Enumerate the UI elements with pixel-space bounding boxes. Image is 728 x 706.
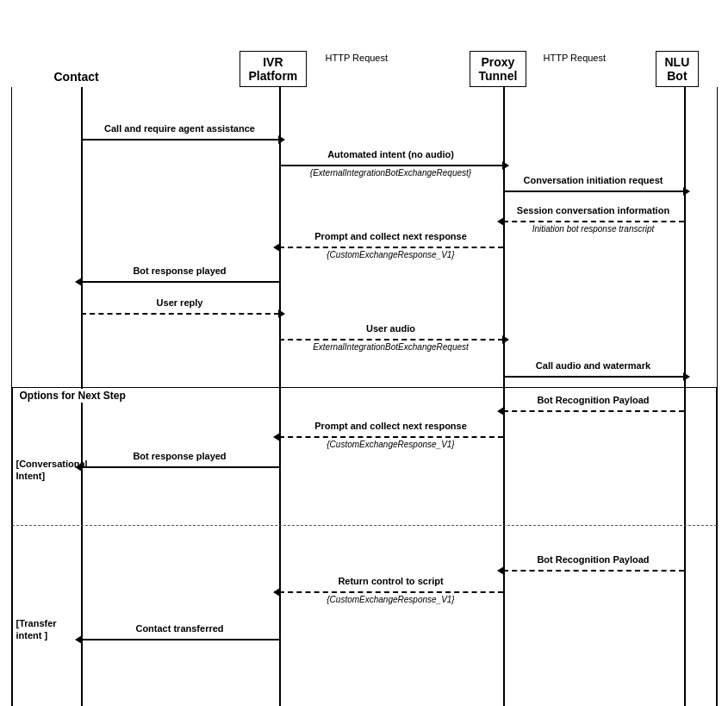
http-request-label-1: HTTP Request	[326, 53, 389, 63]
arrow-line	[279, 436, 503, 438]
arrowhead	[497, 566, 504, 575]
arrow-sublabel: ExternalIntegrationBotExchangeRequest	[279, 342, 503, 352]
arrowhead	[497, 407, 504, 415]
sequence-body: Options for Next StepCall and require ag…	[11, 87, 718, 706]
sequence-area: ContactIVRPlatformHTTP RequestProxyTunne…	[11, 22, 718, 706]
lifeline-nlu-box: NLUBot	[656, 51, 700, 87]
left-label: [ConversationalIntent]	[16, 458, 77, 483]
arrow-line	[81, 313, 279, 315]
arrow-line	[81, 639, 279, 640]
arrow-label: Bot response played	[94, 266, 266, 276]
arrowhead	[683, 187, 690, 196]
arrow-label: Prompt and collect next response	[305, 231, 477, 241]
arrow-line	[503, 410, 684, 412]
options-box	[12, 387, 717, 706]
arrow-line	[279, 339, 503, 341]
arrowhead	[278, 135, 285, 144]
arrow-sublabel: {CustomExchangeResponse_V1}	[279, 595, 503, 604]
arrow-label: Automated intent (no audio)	[305, 149, 477, 159]
arrow-line	[279, 591, 503, 593]
arrow-line	[503, 221, 684, 222]
arrow-label: User reply	[94, 297, 266, 308]
arrow-line	[81, 466, 279, 468]
arrow-sublabel: {CustomExchangeResponse_V1}	[279, 440, 503, 449]
lifeline-contact-label: Contact	[54, 70, 99, 84]
arrow-line	[503, 376, 684, 378]
section-divider	[12, 525, 717, 526]
arrowhead	[683, 372, 690, 381]
arrow-label: Contact transferred	[94, 623, 266, 634]
arrow-sublabel: {CustomExchangeResponse_V1}	[279, 250, 503, 259]
arrow-line	[503, 570, 684, 572]
arrow-label: Bot response played	[94, 451, 266, 461]
arrow-label: Bot Recognition Payload	[507, 554, 680, 565]
arrow-label: User audio	[305, 323, 477, 334]
arrowhead	[278, 309, 285, 318]
arrow-line	[81, 139, 279, 141]
arrow-sublabel: {ExternalIntegrationBotExchangeRequest}	[279, 168, 503, 178]
arrowhead	[75, 278, 82, 286]
arrow-sublabel: Initiation bot response transcript	[482, 224, 706, 234]
arrow-line	[81, 281, 279, 283]
arrow-label: Call and require agent assistance	[94, 123, 266, 134]
arrow-label: Call audio and watermark	[507, 360, 680, 371]
lifeline-ivr-box: IVRPlatform	[240, 51, 308, 87]
left-label: [Transfer intent ]	[16, 617, 77, 642]
options-box-label: Options for Next Step	[16, 389, 129, 403]
arrow-label: Return control to script	[305, 576, 477, 586]
arrow-label: Session conversation information	[507, 205, 680, 216]
lifeline-proxy-box: ProxyTunnel	[470, 51, 527, 87]
arrow-label: Prompt and collect next response	[305, 421, 477, 431]
arrow-line	[279, 247, 503, 248]
diagram-container: ContactIVRPlatformHTTP RequestProxyTunne…	[0, 0, 728, 706]
http-request-label-2: HTTP Request	[544, 53, 607, 63]
arrow-line	[503, 191, 684, 192]
arrow-line	[279, 165, 503, 166]
arrowhead	[502, 335, 509, 344]
arrowhead	[502, 161, 509, 170]
arrow-label: Conversation initiation request	[507, 175, 680, 185]
lifelines-header: ContactIVRPlatformHTTP RequestProxyTunne…	[11, 22, 718, 87]
arrow-label: Bot Recognition Payload	[507, 395, 680, 405]
